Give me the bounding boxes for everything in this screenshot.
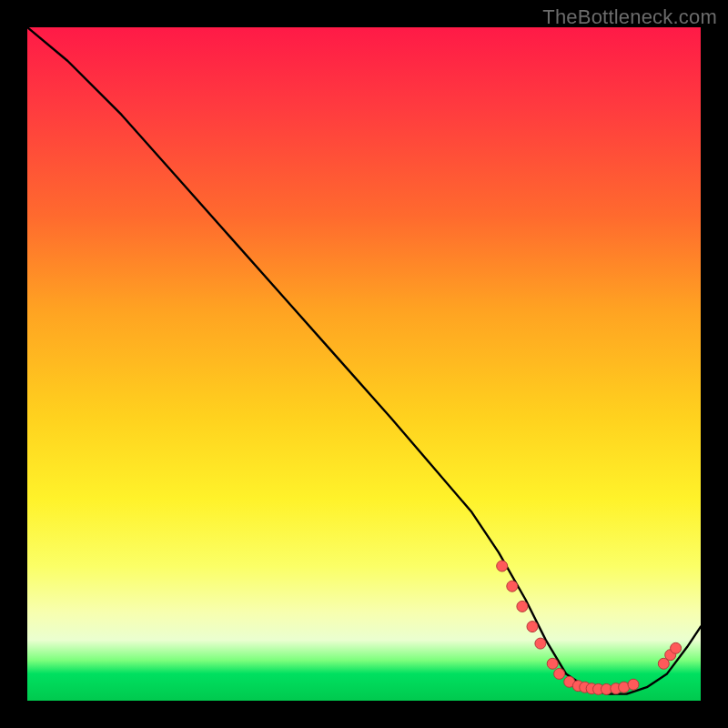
chart-frame: TheBottleneck.com [0, 0, 728, 728]
curve-marker [517, 601, 528, 612]
curve-svg [27, 27, 701, 701]
curve-marker [554, 668, 565, 679]
curve-marker [628, 679, 639, 690]
plot-area [27, 27, 701, 701]
curve-marker [547, 658, 558, 669]
curve-marker [507, 581, 518, 592]
curve-marker [497, 561, 508, 571]
curve-markers [497, 561, 682, 694]
curve-marker [535, 638, 546, 649]
curve-marker [671, 642, 682, 653]
watermark-text: TheBottleneck.com [542, 5, 717, 29]
bottleneck-curve [27, 27, 701, 694]
curve-marker [527, 622, 538, 632]
